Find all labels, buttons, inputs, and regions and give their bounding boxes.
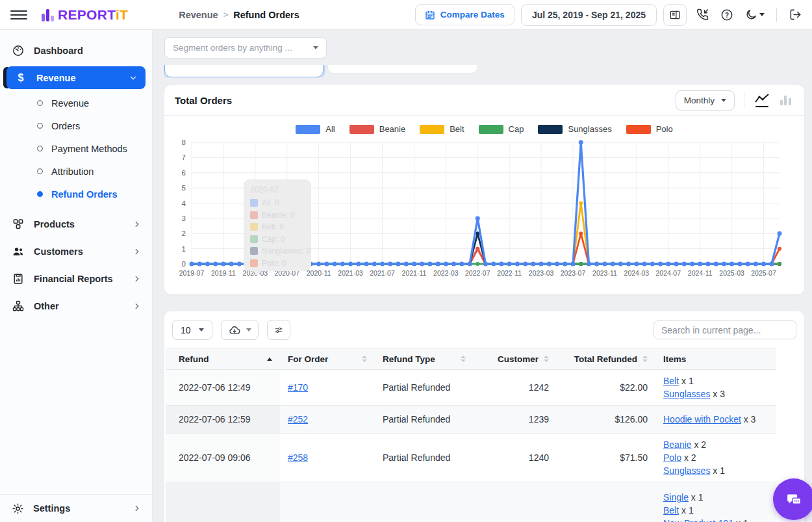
chevron-down-icon	[759, 13, 765, 16]
for-order-cell: #258	[280, 434, 375, 482]
legend-item-sunglasses[interactable]: Sunglasses	[538, 124, 611, 134]
compare-dates-button[interactable]: Compare Dates	[415, 4, 514, 25]
page-size-value: 10	[181, 325, 191, 335]
granularity-select[interactable]: Monthly	[676, 90, 735, 111]
sidebar-label: Dashboard	[34, 46, 83, 56]
legend-item-polo[interactable]: Polo	[626, 124, 673, 134]
sort-ascending-icon	[267, 358, 272, 361]
breadcrumb-parent[interactable]: Revenue	[179, 10, 218, 20]
brand-logo[interactable]: REPORTiT	[42, 8, 128, 21]
tooltip-swatch	[250, 211, 258, 219]
sidebar-item-customers[interactable]: Customers	[0, 238, 152, 265]
product-link[interactable]: Belt	[663, 505, 679, 515]
product-link[interactable]: Single	[663, 492, 689, 502]
sidebar-item-products[interactable]: Products	[0, 211, 152, 238]
phone-incoming-icon[interactable]	[693, 6, 711, 24]
table-controls: 10	[164, 311, 804, 348]
column-header-refund[interactable]: Refund	[166, 348, 280, 370]
page-size-select[interactable]: 10	[172, 320, 212, 340]
items-cell: Hoodie with Pocket x 3	[655, 406, 776, 434]
item-line: Single x 1	[663, 491, 768, 504]
sidebar-item-refund-orders[interactable]: Refund Orders	[0, 183, 152, 205]
legend-item-all[interactable]: All	[296, 124, 335, 134]
svg-text:2025-07: 2025-07	[751, 269, 776, 277]
menu-icon[interactable]	[10, 7, 27, 23]
chat-widget-button[interactable]	[773, 478, 812, 520]
product-link[interactable]: Belt	[663, 376, 679, 386]
column-label: Total Refunded	[574, 354, 637, 364]
logout-icon[interactable]	[786, 6, 804, 24]
sidebar-item-orders[interactable]: Orders	[0, 114, 152, 137]
refund-datetime: 2022-07-06 12:59	[166, 406, 280, 434]
moon-icon	[745, 8, 757, 21]
panel-toggle-button[interactable]	[663, 4, 687, 26]
order-link[interactable]: #170	[288, 382, 308, 393]
sidebar-item-other[interactable]: Other	[0, 293, 152, 320]
legend-item-belt[interactable]: Belt	[420, 124, 464, 134]
gear-icon	[12, 502, 24, 515]
legend-swatch	[626, 125, 651, 134]
chart-legend: AllBeanieBeltCapSunglassesPolo	[164, 124, 804, 134]
tooltip-text: Beanie: 0	[262, 211, 295, 220]
export-button[interactable]	[221, 320, 259, 340]
svg-text:0: 0	[182, 260, 186, 268]
date-range-input[interactable]: Jul 25, 2019 - Sep 21, 2025	[521, 4, 657, 26]
svg-text:2: 2	[182, 229, 186, 237]
product-link[interactable]: Sunglasses	[663, 465, 710, 476]
column-header-customer[interactable]: Customer	[474, 348, 557, 370]
svg-text:2021-03: 2021-03	[338, 269, 363, 277]
product-link[interactable]: Hoodie with Pocket	[663, 414, 741, 424]
svg-text:8: 8	[182, 138, 186, 146]
tooltip-swatch	[250, 247, 258, 255]
for-order-cell: #170	[280, 370, 375, 406]
product-link[interactable]: Beanie	[663, 439, 692, 450]
svg-text:2023-07: 2023-07	[561, 269, 586, 277]
for-order-cell: #339	[280, 482, 375, 522]
sidebar-item-financial-reports[interactable]: Financial Reports	[0, 265, 152, 293]
total-refunded: $22.00	[557, 370, 655, 406]
svg-text:2024-11: 2024-11	[688, 269, 713, 277]
sidebar-item-attribution[interactable]: Attribution	[0, 160, 152, 183]
sidebar-item-revenue[interactable]: Revenue	[0, 92, 152, 114]
order-link[interactable]: #252	[288, 414, 308, 424]
legend-item-beanie[interactable]: Beanie	[349, 124, 405, 134]
order-link[interactable]: #258	[288, 452, 308, 463]
bar-chart-toggle[interactable]	[777, 95, 794, 105]
product-link[interactable]: Sunglasses	[663, 389, 710, 399]
segment-filter-select[interactable]: Segment orders by anything ...	[164, 37, 327, 59]
tooltip-entry: Polo: 0	[250, 259, 305, 268]
chat-bubble-icon	[784, 489, 804, 509]
svg-text:2019-11: 2019-11	[211, 269, 236, 277]
dark-mode-toggle[interactable]	[742, 6, 767, 24]
filter-sliders-icon	[274, 324, 283, 336]
sidebar-item-dashboard[interactable]: Dashboard	[0, 38, 152, 64]
column-header-refund-type[interactable]: Refund Type	[375, 348, 474, 370]
items-cell: Belt x 1Sunglasses x 3	[655, 370, 776, 406]
search-input[interactable]	[653, 320, 796, 339]
chevron-right-icon	[133, 302, 142, 311]
sidebar-item-payment-methods[interactable]: Payment Methods	[0, 137, 152, 160]
column-header-items: Items	[655, 348, 776, 370]
product-link[interactable]: Polo	[663, 452, 681, 463]
legend-item-cap[interactable]: Cap	[479, 124, 524, 134]
help-icon[interactable]: ?	[718, 6, 736, 24]
sidebar-label: Customers	[34, 246, 83, 257]
for-order-cell: #252	[280, 406, 375, 434]
items-cell: Beanie x 2Polo x 2Sunglasses x 1	[655, 434, 776, 482]
refund-type: Partial Refunded	[375, 406, 474, 434]
product-link[interactable]: New Product-191	[663, 518, 733, 522]
legend-label: Sunglasses	[568, 124, 611, 134]
svg-text:2019-07: 2019-07	[179, 269, 205, 277]
kpi-card[interactable]	[327, 65, 478, 73]
tooltip-swatch	[250, 259, 258, 267]
column-header-total-refunded[interactable]: Total Refunded	[557, 348, 655, 370]
line-chart-toggle[interactable]	[754, 93, 770, 108]
filter-button[interactable]	[267, 320, 290, 340]
column-header-for-order[interactable]: For Order	[280, 348, 375, 370]
sidebar-group-revenue[interactable]: $ Revenue	[6, 66, 146, 89]
kpi-card-selected[interactable]	[164, 65, 324, 77]
legend-swatch	[349, 125, 374, 134]
sidebar-item-settings[interactable]: Settings	[0, 494, 152, 522]
faded-chart-tooltip: 2020-02 All: 0Beanie: 0Belt: 0Cap: 0Sung…	[244, 179, 311, 271]
table-row: 2022-07-06 12:49#170Partial Refunded1242…	[166, 370, 776, 406]
